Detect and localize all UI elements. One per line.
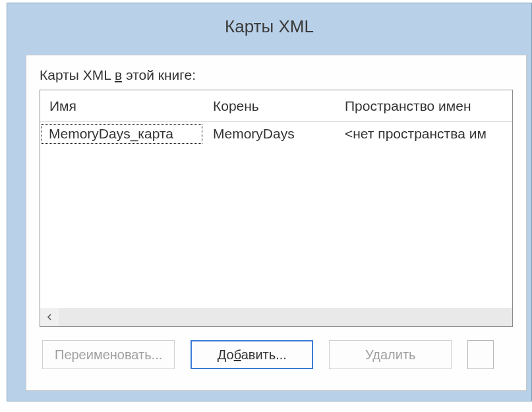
truncated-button[interactable] <box>467 340 494 369</box>
titlebar: Карты XML <box>7 3 531 49</box>
column-headers: Имя Корень Пространство имен <box>40 90 512 122</box>
maps-label: Карты XML в этой книге: <box>40 67 513 83</box>
add-button[interactable]: Добавить... <box>191 340 313 369</box>
button-row: Переименовать... Добавить... Удалить <box>40 340 513 369</box>
dialog-title: Карты XML <box>225 16 314 37</box>
rows-area: MemoryDays_карта MemoryDays <нет простра… <box>40 122 512 308</box>
cell-namespace: <нет пространства им <box>336 126 512 142</box>
maps-listbox[interactable]: Имя Корень Пространство имен MemoryDays_… <box>40 90 513 327</box>
header-name[interactable]: Имя <box>40 98 204 114</box>
cell-root: MemoryDays <box>204 126 336 142</box>
horizontal-scrollbar[interactable] <box>40 308 512 326</box>
header-root[interactable]: Корень <box>204 98 336 114</box>
table-row[interactable]: MemoryDays_карта MemoryDays <нет простра… <box>40 122 512 146</box>
cell-name: MemoryDays_карта <box>42 124 202 144</box>
scroll-track[interactable] <box>59 308 512 326</box>
rename-button: Переименовать... <box>42 340 175 369</box>
dialog-body: Карты XML в этой книге: Имя Корень Прост… <box>26 55 527 391</box>
scroll-left-icon[interactable] <box>40 308 59 326</box>
delete-button: Удалить <box>329 340 452 369</box>
header-namespace[interactable]: Пространство имен <box>336 98 512 114</box>
dialog-window: Карты XML Карты XML в этой книге: Имя Ко… <box>7 3 532 401</box>
